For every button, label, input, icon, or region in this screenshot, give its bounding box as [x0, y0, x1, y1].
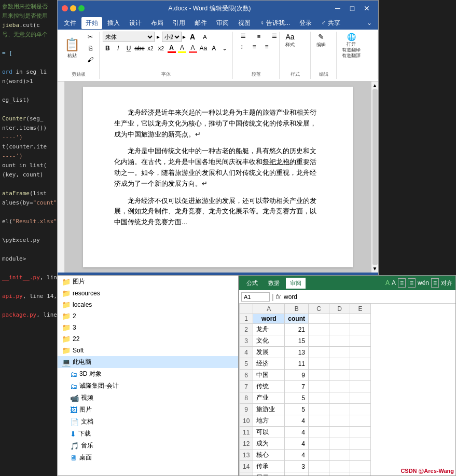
menu-layout[interactable]: 布局 [147, 17, 168, 29]
menu-view[interactable]: 视图 [234, 17, 255, 29]
cell-a3[interactable]: 文化 [253, 335, 285, 347]
cell-e13[interactable] [350, 450, 371, 461]
cell-a13[interactable]: 核心 [253, 450, 285, 461]
cell-e3[interactable] [350, 335, 371, 347]
cell-d1[interactable] [329, 314, 350, 324]
cell-a12[interactable]: 成为 [253, 438, 285, 450]
cell-b4[interactable]: 13 [285, 347, 309, 358]
excel-ribbon-align[interactable]: ≡ [398, 278, 406, 288]
menu-login[interactable]: 登录 [295, 17, 316, 29]
case-button[interactable]: Aa [199, 43, 208, 53]
tree-item-3d[interactable]: 🗂 3D 对象 [58, 368, 238, 380]
cell-c15[interactable] [309, 472, 329, 476]
col-header-b[interactable]: B [285, 304, 309, 314]
cell-d14[interactable] [329, 461, 350, 472]
cell-b11[interactable]: 4 [285, 427, 309, 438]
cell-a10[interactable]: 地方 [253, 415, 285, 427]
tree-item-images[interactable]: 📁 图片 [58, 276, 238, 288]
cell-d3[interactable] [329, 335, 350, 347]
word-scrollbar[interactable]: ▲ ▼ [371, 81, 378, 273]
cell-a7[interactable]: 传统 [253, 381, 285, 392]
cell-a5[interactable]: 经济 [253, 358, 285, 370]
cell-a2[interactable]: 龙舟 [253, 324, 285, 335]
scroll-up-button[interactable]: ▲ [372, 83, 378, 88]
excel-ribbon-icon2[interactable]: A [392, 279, 396, 287]
col-header-c[interactable]: C [309, 304, 329, 314]
cell-e10[interactable] [350, 415, 371, 427]
font-name-select[interactable]: 未体 [103, 32, 155, 42]
excel-menu-data[interactable]: 数据 [264, 278, 284, 289]
cell-e11[interactable] [350, 427, 371, 438]
minimize-button[interactable]: ─ [330, 1, 345, 16]
menu-insert[interactable]: 插入 [103, 17, 124, 29]
cell-b1[interactable]: count [285, 314, 309, 324]
font-shrink-button[interactable]: A [199, 32, 211, 42]
tree-item-videos[interactable]: 📹 视频 [58, 392, 238, 404]
cell-b3[interactable]: 15 [285, 335, 309, 347]
tree-item-desktop[interactable]: 🖥 桌面 [58, 452, 238, 464]
menu-review[interactable]: 审阅 [212, 17, 233, 29]
tree-item-3[interactable]: 📁 3 [58, 322, 238, 333]
cell-e2[interactable] [350, 324, 371, 335]
cell-d15[interactable] [329, 472, 350, 476]
cell-b14[interactable]: 3 [285, 461, 309, 472]
cell-b7[interactable]: 7 [285, 381, 309, 392]
scroll-down-button[interactable]: ▼ [372, 266, 378, 271]
menu-share[interactable]: ♂ 共享 [317, 17, 344, 29]
format-painter-button[interactable]: 🖌 [85, 55, 96, 65]
font-color-button[interactable]: A [167, 43, 176, 53]
italic-button[interactable]: I [113, 43, 122, 53]
cell-e9[interactable] [350, 404, 371, 415]
cell-e8[interactable] [350, 392, 371, 404]
menu-expand[interactable]: ⌄ [363, 18, 376, 28]
cell-b13[interactable]: 4 [285, 450, 309, 461]
cell-d2[interactable] [329, 324, 350, 335]
excel-ribbon-align2[interactable]: ≡ [408, 278, 416, 288]
cell-e4[interactable] [350, 347, 371, 358]
cell-e5[interactable] [350, 358, 371, 370]
font-clear-button[interactable]: A [209, 43, 218, 53]
tree-item-22[interactable]: 📁 22 [58, 333, 238, 345]
cut-button[interactable]: ✂ [85, 32, 96, 42]
cell-d13[interactable] [329, 450, 350, 461]
cell-b2[interactable]: 21 [285, 324, 309, 335]
col-header-e[interactable]: E [350, 304, 371, 314]
highlight-button[interactable]: A [177, 43, 187, 53]
translate-button[interactable]: 🌐 打开有道翻译有道翻譯 [340, 32, 363, 59]
cell-a4[interactable]: 发展 [253, 347, 285, 358]
strikethrough-button[interactable]: abc [134, 43, 144, 53]
tree-item-locales[interactable]: 📁 locales [58, 299, 238, 310]
excel-menu-formula[interactable]: 公式 [242, 278, 262, 289]
cell-b12[interactable]: 4 [285, 438, 309, 450]
cell-c4[interactable] [309, 347, 329, 358]
cell-b9[interactable]: 5 [285, 404, 309, 415]
cell-a6[interactable]: 中国 [253, 370, 285, 381]
cell-c5[interactable] [309, 358, 329, 370]
cell-a9[interactable]: 旅游业 [253, 404, 285, 415]
font-grow-button[interactable]: A [187, 32, 198, 42]
cell-c12[interactable] [309, 438, 329, 450]
cell-c6[interactable] [309, 370, 329, 381]
tree-item-this-pc[interactable]: 💻 此电脑 [58, 356, 238, 368]
bullets-button[interactable]: ≡ [248, 42, 260, 52]
cell-e6[interactable] [350, 370, 371, 381]
cell-e1[interactable] [350, 314, 371, 324]
cell-c14[interactable] [309, 461, 329, 472]
cell-c2[interactable] [309, 324, 329, 335]
cell-a1[interactable]: word [253, 314, 285, 324]
cell-d11[interactable] [329, 427, 350, 438]
tree-item-chenglong[interactable]: 🗂 诚隆集团-会计 [58, 380, 238, 392]
underline-button[interactable]: U [124, 43, 133, 53]
menu-design[interactable]: 设计 [125, 17, 146, 29]
cell-c8[interactable] [309, 392, 329, 404]
cell-b5[interactable]: 11 [285, 358, 309, 370]
cell-reference-input[interactable] [241, 292, 270, 302]
cell-c9[interactable] [309, 404, 329, 415]
cell-c13[interactable] [309, 450, 329, 461]
numbering-button[interactable]: ≡ [261, 42, 272, 52]
tree-item-pictures[interactable]: 🖼 图片 [58, 404, 238, 416]
excel-grid[interactable]: A B C D E 1 word count 2 龙舟 21 [239, 304, 455, 475]
align-left-button[interactable]: ☰ [236, 32, 251, 40]
cell-b15[interactable]: 3 [285, 472, 309, 476]
col-header-a[interactable]: A [253, 304, 285, 314]
